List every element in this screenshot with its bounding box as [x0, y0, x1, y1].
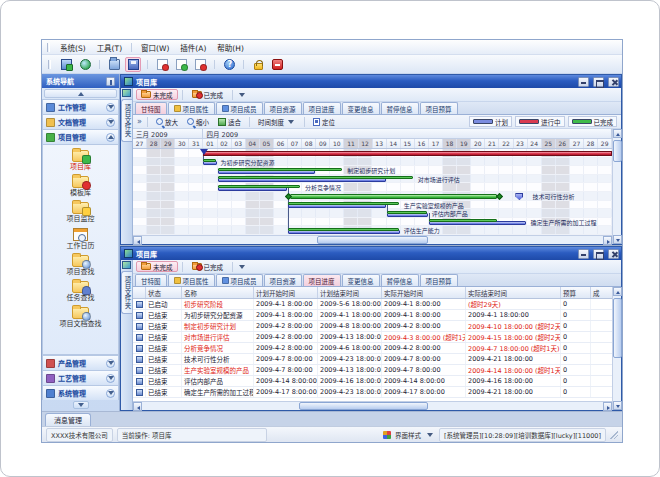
- scroll-left-icon[interactable]: [133, 236, 142, 245]
- resize-grip[interactable]: [610, 431, 618, 439]
- sidebar-collapse-button[interactable]: [44, 89, 117, 98]
- scrollbar-thumb[interactable]: [317, 236, 428, 244]
- table-horizontal-scrollbar[interactable]: [133, 401, 612, 410]
- table-header-cell[interactable]: 计划结束时间: [318, 287, 382, 298]
- tab-1[interactable]: 项目属性: [168, 102, 215, 114]
- toolbar-button[interactable]: [154, 57, 170, 72]
- gantt-bar-summary[interactable]: [203, 151, 612, 156]
- gantt-body[interactable]: 为初步研究分配资源制定初步研究计划对市场进行评估分析竞争情况技术可行性分析生产实…: [133, 149, 612, 235]
- gantt-bar-done[interactable]: [288, 202, 399, 205]
- table-row[interactable]: 已结束确定生产所需的加工过程2009-4-17 8:00:002009-4-23…: [133, 387, 612, 398]
- tab-5[interactable]: 变更信息: [342, 274, 380, 286]
- maximize-button[interactable]: [593, 249, 604, 259]
- gantt-bar-done[interactable]: [429, 219, 497, 222]
- filter-button[interactable]: 未完成: [136, 89, 178, 100]
- table-header-cell[interactable]: 实际结束时间: [466, 287, 561, 298]
- toolbar-button[interactable]: [269, 57, 285, 72]
- toolbar-button[interactable]: [192, 57, 208, 72]
- gantt-tool-button[interactable]: 适合: [215, 116, 244, 127]
- filter-button[interactable]: 未完成: [136, 261, 178, 272]
- gantt-bar-done[interactable]: [288, 228, 399, 231]
- table-row[interactable]: 已结束技术可行性分析2009-4-7 8:00:002009-4-23 18:0…: [133, 354, 612, 365]
- tab-7[interactable]: 项目预算: [420, 102, 458, 114]
- gantt-horizontal-scrollbar[interactable]: [133, 235, 612, 244]
- tab-4[interactable]: 项目进度: [303, 274, 341, 286]
- toolbar-overflow-icon[interactable]: [137, 117, 142, 126]
- toolbar-button[interactable]: [250, 57, 266, 72]
- tab-5[interactable]: 变更信息: [342, 102, 380, 114]
- table-header-cell[interactable]: 预算: [561, 287, 591, 298]
- minimize-button[interactable]: [578, 77, 589, 87]
- toolbar-button[interactable]: [106, 57, 122, 72]
- table-row[interactable]: 已结束生产实验室规模的产品2009-4-7 8:00:002009-4-13 1…: [133, 365, 612, 376]
- sidebar-overflow-button[interactable]: [73, 401, 89, 409]
- table-row[interactable]: 已结束对市场进行评估2009-4-2 8:00:002009-4-13 18:0…: [133, 332, 612, 343]
- close-button[interactable]: [608, 249, 619, 259]
- toolbar-button[interactable]: [221, 57, 237, 72]
- sidebar-item[interactable]: 工作日历: [43, 225, 118, 252]
- sidebar-group[interactable]: 工作管理: [42, 99, 119, 114]
- tab-6[interactable]: 暂停信息: [381, 102, 419, 114]
- group-chevron-button[interactable]: [106, 118, 115, 127]
- menubar-grip[interactable]: [47, 43, 50, 52]
- gantt-bar-done[interactable]: [218, 168, 343, 171]
- menu-item[interactable]: 工具(T): [92, 41, 127, 54]
- message-manage-tab[interactable]: 消息管理: [45, 413, 91, 426]
- gantt-bar-done[interactable]: [387, 211, 427, 214]
- filter-button[interactable]: 已完成: [187, 261, 229, 272]
- tab-3[interactable]: 项目资源: [264, 102, 302, 114]
- filter-button[interactable]: 已完成: [187, 89, 229, 100]
- tab-0[interactable]: 甘特图: [135, 274, 167, 286]
- table-header-cell[interactable]: 成: [591, 287, 614, 298]
- menu-item[interactable]: 帮助(H): [212, 41, 249, 54]
- sidebar-group[interactable]: 项目管理: [42, 129, 119, 144]
- window-titlebar[interactable]: 项目库: [121, 75, 621, 88]
- gantt-bar-done[interactable]: [218, 185, 301, 188]
- scrollbar-thumb[interactable]: [613, 298, 622, 358]
- group-chevron-button[interactable]: [106, 389, 115, 398]
- gantt-bar-done[interactable]: [203, 159, 215, 162]
- group-chevron-button[interactable]: [106, 103, 115, 112]
- toolbar-button[interactable]: [173, 57, 189, 72]
- gantt-vertical-scrollbar[interactable]: [612, 129, 621, 244]
- chevron-down-icon[interactable]: [239, 93, 245, 100]
- chevron-down-icon[interactable]: [239, 265, 245, 272]
- menu-item[interactable]: 插件(A): [175, 41, 211, 54]
- scroll-right-icon[interactable]: [603, 236, 612, 245]
- sidebar-item[interactable]: 项目查找: [43, 252, 118, 278]
- gantt-tool-button[interactable]: 时间刻度: [255, 116, 299, 127]
- ui-style-label[interactable]: 界面样式: [395, 430, 421, 440]
- scroll-left-icon[interactable]: [133, 402, 142, 411]
- group-chevron-button[interactable]: [106, 359, 115, 368]
- sidebar-item[interactable]: 项目监控: [43, 199, 118, 225]
- table-header-cell[interactable]: 名称: [182, 287, 254, 298]
- toolbar-grip[interactable]: [48, 60, 51, 69]
- menu-item[interactable]: 窗口(W): [136, 41, 174, 54]
- folder-side-tab[interactable]: 项目文件夹: [121, 271, 132, 314]
- close-button[interactable]: [608, 77, 619, 87]
- gantt-bar-done[interactable]: [290, 194, 497, 199]
- tab-1[interactable]: 项目属性: [168, 274, 215, 286]
- scrollbar-thumb[interactable]: [613, 140, 622, 162]
- gantt-bar-done[interactable]: [218, 176, 413, 179]
- tab-0[interactable]: 甘特图: [135, 102, 167, 114]
- table-row[interactable]: 已结束制定初步研究计划2009-4-2 8:00:002009-4-8 18:0…: [133, 321, 612, 332]
- sidebar-item[interactable]: 模板库: [43, 173, 118, 199]
- sidebar-item[interactable]: 任务查找: [43, 278, 118, 304]
- group-chevron-button[interactable]: [106, 374, 115, 383]
- pin-icon[interactable]: [106, 77, 115, 86]
- tab-4[interactable]: 项目进度: [303, 102, 341, 114]
- tab-2[interactable]: 项目成员: [216, 274, 263, 286]
- menu-item[interactable]: 系统(S): [55, 41, 91, 54]
- minimize-button[interactable]: [578, 249, 589, 259]
- maximize-button[interactable]: [593, 77, 604, 87]
- table-header-cell[interactable]: 计划开始时间: [254, 287, 318, 298]
- scroll-up-icon[interactable]: [613, 129, 622, 138]
- table-vertical-scrollbar[interactable]: [612, 287, 621, 410]
- table-header-cell[interactable]: 实际开始时间: [382, 287, 466, 298]
- sidebar-group[interactable]: 文档管理: [42, 114, 119, 129]
- tab-3[interactable]: 项目资源: [264, 274, 302, 286]
- gantt-tool-button[interactable]: 定位: [310, 116, 338, 127]
- sidebar-group[interactable]: 系统管理: [42, 385, 119, 400]
- gantt-tool-button[interactable]: 放大: [153, 116, 181, 127]
